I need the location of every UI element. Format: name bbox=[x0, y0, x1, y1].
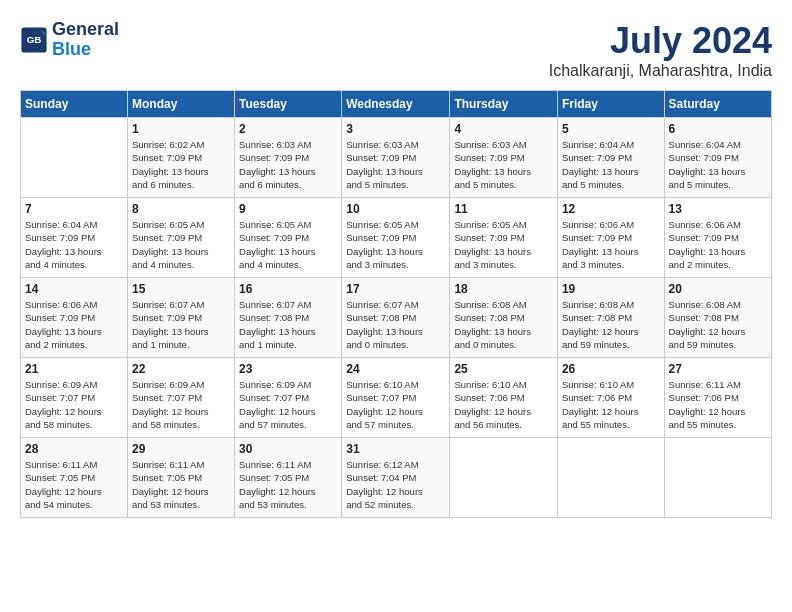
day-info: Sunrise: 6:03 AM Sunset: 7:09 PM Dayligh… bbox=[239, 138, 337, 191]
calendar-cell: 24Sunrise: 6:10 AM Sunset: 7:07 PM Dayli… bbox=[342, 358, 450, 438]
calendar-cell: 1Sunrise: 6:02 AM Sunset: 7:09 PM Daylig… bbox=[127, 118, 234, 198]
calendar-cell: 27Sunrise: 6:11 AM Sunset: 7:06 PM Dayli… bbox=[664, 358, 771, 438]
day-number: 21 bbox=[25, 362, 123, 376]
calendar-cell: 12Sunrise: 6:06 AM Sunset: 7:09 PM Dayli… bbox=[557, 198, 664, 278]
day-info: Sunrise: 6:10 AM Sunset: 7:06 PM Dayligh… bbox=[562, 378, 660, 431]
day-number: 30 bbox=[239, 442, 337, 456]
day-number: 16 bbox=[239, 282, 337, 296]
day-number: 5 bbox=[562, 122, 660, 136]
calendar-cell: 18Sunrise: 6:08 AM Sunset: 7:08 PM Dayli… bbox=[450, 278, 558, 358]
day-info: Sunrise: 6:11 AM Sunset: 7:05 PM Dayligh… bbox=[132, 458, 230, 511]
calendar-cell: 9Sunrise: 6:05 AM Sunset: 7:09 PM Daylig… bbox=[235, 198, 342, 278]
day-info: Sunrise: 6:03 AM Sunset: 7:09 PM Dayligh… bbox=[346, 138, 445, 191]
calendar-cell: 25Sunrise: 6:10 AM Sunset: 7:06 PM Dayli… bbox=[450, 358, 558, 438]
day-number: 4 bbox=[454, 122, 553, 136]
calendar-cell: 29Sunrise: 6:11 AM Sunset: 7:05 PM Dayli… bbox=[127, 438, 234, 518]
day-number: 10 bbox=[346, 202, 445, 216]
calendar-cell bbox=[557, 438, 664, 518]
weekday-header-cell: Saturday bbox=[664, 91, 771, 118]
calendar-cell bbox=[21, 118, 128, 198]
calendar-week-row: 21Sunrise: 6:09 AM Sunset: 7:07 PM Dayli… bbox=[21, 358, 772, 438]
day-info: Sunrise: 6:03 AM Sunset: 7:09 PM Dayligh… bbox=[454, 138, 553, 191]
day-info: Sunrise: 6:10 AM Sunset: 7:07 PM Dayligh… bbox=[346, 378, 445, 431]
day-number: 1 bbox=[132, 122, 230, 136]
weekday-header-cell: Monday bbox=[127, 91, 234, 118]
day-info: Sunrise: 6:04 AM Sunset: 7:09 PM Dayligh… bbox=[562, 138, 660, 191]
day-number: 19 bbox=[562, 282, 660, 296]
day-number: 15 bbox=[132, 282, 230, 296]
weekday-header-cell: Wednesday bbox=[342, 91, 450, 118]
day-info: Sunrise: 6:02 AM Sunset: 7:09 PM Dayligh… bbox=[132, 138, 230, 191]
calendar-cell: 22Sunrise: 6:09 AM Sunset: 7:07 PM Dayli… bbox=[127, 358, 234, 438]
calendar-cell: 8Sunrise: 6:05 AM Sunset: 7:09 PM Daylig… bbox=[127, 198, 234, 278]
day-number: 23 bbox=[239, 362, 337, 376]
calendar-cell: 23Sunrise: 6:09 AM Sunset: 7:07 PM Dayli… bbox=[235, 358, 342, 438]
calendar-cell: 14Sunrise: 6:06 AM Sunset: 7:09 PM Dayli… bbox=[21, 278, 128, 358]
day-number: 3 bbox=[346, 122, 445, 136]
day-info: Sunrise: 6:09 AM Sunset: 7:07 PM Dayligh… bbox=[132, 378, 230, 431]
calendar-cell: 6Sunrise: 6:04 AM Sunset: 7:09 PM Daylig… bbox=[664, 118, 771, 198]
day-number: 20 bbox=[669, 282, 767, 296]
day-number: 2 bbox=[239, 122, 337, 136]
day-number: 13 bbox=[669, 202, 767, 216]
calendar-cell: 30Sunrise: 6:11 AM Sunset: 7:05 PM Dayli… bbox=[235, 438, 342, 518]
calendar-cell bbox=[664, 438, 771, 518]
calendar-cell: 31Sunrise: 6:12 AM Sunset: 7:04 PM Dayli… bbox=[342, 438, 450, 518]
day-number: 17 bbox=[346, 282, 445, 296]
day-info: Sunrise: 6:11 AM Sunset: 7:05 PM Dayligh… bbox=[25, 458, 123, 511]
day-info: Sunrise: 6:07 AM Sunset: 7:08 PM Dayligh… bbox=[239, 298, 337, 351]
day-info: Sunrise: 6:11 AM Sunset: 7:06 PM Dayligh… bbox=[669, 378, 767, 431]
day-info: Sunrise: 6:08 AM Sunset: 7:08 PM Dayligh… bbox=[454, 298, 553, 351]
day-info: Sunrise: 6:07 AM Sunset: 7:08 PM Dayligh… bbox=[346, 298, 445, 351]
calendar-body: 1Sunrise: 6:02 AM Sunset: 7:09 PM Daylig… bbox=[21, 118, 772, 518]
day-info: Sunrise: 6:04 AM Sunset: 7:09 PM Dayligh… bbox=[25, 218, 123, 271]
logo: GB General Blue bbox=[20, 20, 119, 60]
day-number: 9 bbox=[239, 202, 337, 216]
calendar-cell: 28Sunrise: 6:11 AM Sunset: 7:05 PM Dayli… bbox=[21, 438, 128, 518]
calendar-cell: 3Sunrise: 6:03 AM Sunset: 7:09 PM Daylig… bbox=[342, 118, 450, 198]
day-info: Sunrise: 6:11 AM Sunset: 7:05 PM Dayligh… bbox=[239, 458, 337, 511]
day-info: Sunrise: 6:05 AM Sunset: 7:09 PM Dayligh… bbox=[454, 218, 553, 271]
day-number: 22 bbox=[132, 362, 230, 376]
day-info: Sunrise: 6:05 AM Sunset: 7:09 PM Dayligh… bbox=[132, 218, 230, 271]
day-number: 28 bbox=[25, 442, 123, 456]
calendar-cell: 2Sunrise: 6:03 AM Sunset: 7:09 PM Daylig… bbox=[235, 118, 342, 198]
calendar-week-row: 1Sunrise: 6:02 AM Sunset: 7:09 PM Daylig… bbox=[21, 118, 772, 198]
logo-icon: GB bbox=[20, 26, 48, 54]
day-number: 18 bbox=[454, 282, 553, 296]
day-info: Sunrise: 6:12 AM Sunset: 7:04 PM Dayligh… bbox=[346, 458, 445, 511]
calendar-table: SundayMondayTuesdayWednesdayThursdayFrid… bbox=[20, 90, 772, 518]
calendar-cell: 26Sunrise: 6:10 AM Sunset: 7:06 PM Dayli… bbox=[557, 358, 664, 438]
day-info: Sunrise: 6:05 AM Sunset: 7:09 PM Dayligh… bbox=[239, 218, 337, 271]
day-number: 26 bbox=[562, 362, 660, 376]
day-info: Sunrise: 6:09 AM Sunset: 7:07 PM Dayligh… bbox=[239, 378, 337, 431]
calendar-cell: 10Sunrise: 6:05 AM Sunset: 7:09 PM Dayli… bbox=[342, 198, 450, 278]
day-info: Sunrise: 6:06 AM Sunset: 7:09 PM Dayligh… bbox=[669, 218, 767, 271]
weekday-header-cell: Tuesday bbox=[235, 91, 342, 118]
day-number: 24 bbox=[346, 362, 445, 376]
day-number: 31 bbox=[346, 442, 445, 456]
calendar-week-row: 28Sunrise: 6:11 AM Sunset: 7:05 PM Dayli… bbox=[21, 438, 772, 518]
day-number: 7 bbox=[25, 202, 123, 216]
day-info: Sunrise: 6:05 AM Sunset: 7:09 PM Dayligh… bbox=[346, 218, 445, 271]
day-info: Sunrise: 6:07 AM Sunset: 7:09 PM Dayligh… bbox=[132, 298, 230, 351]
calendar-cell: 7Sunrise: 6:04 AM Sunset: 7:09 PM Daylig… bbox=[21, 198, 128, 278]
day-info: Sunrise: 6:08 AM Sunset: 7:08 PM Dayligh… bbox=[562, 298, 660, 351]
calendar-week-row: 7Sunrise: 6:04 AM Sunset: 7:09 PM Daylig… bbox=[21, 198, 772, 278]
day-number: 25 bbox=[454, 362, 553, 376]
logo-blue: Blue bbox=[52, 40, 119, 60]
day-number: 27 bbox=[669, 362, 767, 376]
svg-text:GB: GB bbox=[27, 34, 42, 45]
weekday-header-cell: Sunday bbox=[21, 91, 128, 118]
day-number: 11 bbox=[454, 202, 553, 216]
day-number: 6 bbox=[669, 122, 767, 136]
calendar-cell: 20Sunrise: 6:08 AM Sunset: 7:08 PM Dayli… bbox=[664, 278, 771, 358]
day-info: Sunrise: 6:04 AM Sunset: 7:09 PM Dayligh… bbox=[669, 138, 767, 191]
calendar-cell: 11Sunrise: 6:05 AM Sunset: 7:09 PM Dayli… bbox=[450, 198, 558, 278]
day-info: Sunrise: 6:10 AM Sunset: 7:06 PM Dayligh… bbox=[454, 378, 553, 431]
day-info: Sunrise: 6:09 AM Sunset: 7:07 PM Dayligh… bbox=[25, 378, 123, 431]
day-info: Sunrise: 6:08 AM Sunset: 7:08 PM Dayligh… bbox=[669, 298, 767, 351]
calendar-cell: 4Sunrise: 6:03 AM Sunset: 7:09 PM Daylig… bbox=[450, 118, 558, 198]
calendar-cell: 13Sunrise: 6:06 AM Sunset: 7:09 PM Dayli… bbox=[664, 198, 771, 278]
day-number: 12 bbox=[562, 202, 660, 216]
